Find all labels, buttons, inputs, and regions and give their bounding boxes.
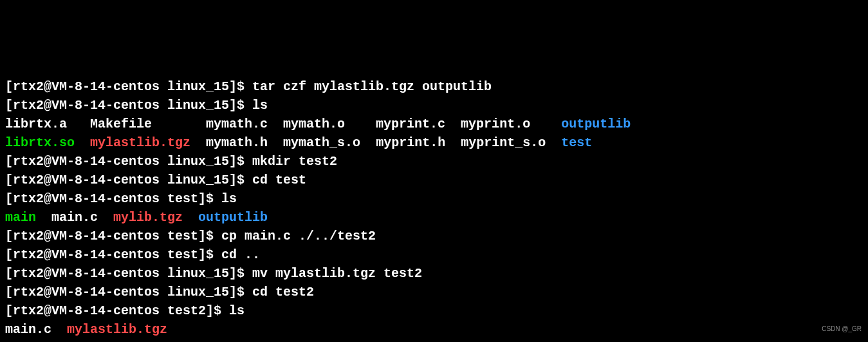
terminal-text [183,210,198,225]
terminal-line: [rtx2@VM-8-14-centos linux_15]$ mv mylas… [5,264,863,283]
terminal-text: librtx.a Makefile mymath.c mymath.o mypr… [5,117,561,131]
terminal-text: outputlib [198,210,268,225]
terminal-text: [rtx2@VM-8-14-centos linux_15]$ cd test [5,173,306,187]
terminal-text: outputlib [561,117,631,131]
terminal-text: [rtx2@VM-8-14-centos linux_15]$ mv mylas… [5,266,422,281]
terminal-text: librtx.so [5,135,75,150]
terminal-text [75,135,90,150]
terminal-line: [rtx2@VM-8-14-centos linux_15]$ mkdir te… [5,152,863,171]
terminal-line: [rtx2@VM-8-14-centos linux_15]$ tar czf … [5,77,863,96]
terminal-text: [rtx2@VM-8-14-centos test2]$ ls [5,303,245,318]
terminal-line: [rtx2@VM-8-14-centos test2]$ tar -xzf my… [5,339,863,342]
terminal-line: [rtx2@VM-8-14-centos test2]$ ls [5,301,863,320]
terminal-line: [rtx2@VM-8-14-centos linux_15]$ ls [5,96,863,115]
terminal-text: mylastlib.tgz [90,135,190,150]
terminal-text: [rtx2@VM-8-14-centos linux_15]$ cd test2 [5,285,314,299]
terminal-line: [rtx2@VM-8-14-centos test]$ cp main.c ./… [5,227,863,245]
terminal-line: librtx.so mylastlib.tgz mymath.h mymath_… [5,133,863,152]
terminal-text: main.c [36,210,113,225]
terminal-line: main main.c mylib.tgz outputlib [5,208,863,227]
terminal-line: [rtx2@VM-8-14-centos linux_15]$ cd test2 [5,283,863,301]
terminal-text: [rtx2@VM-8-14-centos linux_15]$ mkdir te… [5,154,337,169]
watermark: CSDN @_GR [822,319,862,338]
terminal-text: mymath.h mymath_s.o myprint.h myprint_s.… [190,135,561,150]
terminal-text: [rtx2@VM-8-14-centos linux_15]$ ls [5,98,268,113]
terminal-text: test [561,135,592,150]
terminal-text: main [5,210,36,225]
terminal-text: main.c [5,322,67,337]
terminal-line: [rtx2@VM-8-14-centos linux_15]$ cd test [5,171,863,189]
terminal-text: [rtx2@VM-8-14-centos test]$ cd .. [5,247,260,262]
terminal-line: librtx.a Makefile mymath.c mymath.o mypr… [5,115,863,133]
terminal-output[interactable]: [rtx2@VM-8-14-centos linux_15]$ tar czf … [5,77,863,342]
terminal-line: [rtx2@VM-8-14-centos test]$ cd .. [5,245,863,264]
terminal-text: [rtx2@VM-8-14-centos test]$ ls [5,191,237,206]
terminal-text: mylib.tgz [113,210,183,225]
terminal-text: mylastlib.tgz [67,322,167,337]
terminal-text: [rtx2@VM-8-14-centos test]$ cp main.c ./… [5,229,376,243]
terminal-line: [rtx2@VM-8-14-centos test]$ ls [5,189,863,208]
terminal-text: [rtx2@VM-8-14-centos linux_15]$ tar czf … [5,79,492,94]
terminal-line: main.c mylastlib.tgz [5,320,863,339]
